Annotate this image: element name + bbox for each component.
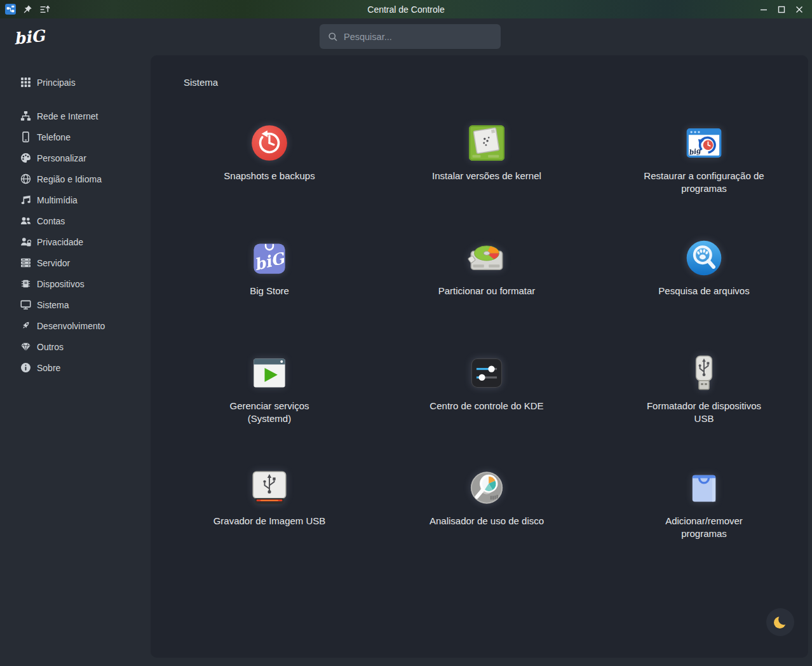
- sidebar-item-servidor[interactable]: Servidor: [0, 252, 151, 273]
- sidebar-item-rede-e-internet[interactable]: Rede e Internet: [0, 105, 151, 126]
- app-adicionar-remover-programas[interactable]: Adicionar/remover programas: [595, 449, 812, 564]
- info-icon: [20, 362, 31, 373]
- chip-icon: [20, 278, 31, 289]
- svg-text:biG: biG: [13, 27, 47, 48]
- app-grid: Snapshots e backupsInstalar versões de k…: [161, 104, 812, 564]
- close-button[interactable]: [794, 4, 804, 15]
- move-window-icon[interactable]: [39, 4, 50, 15]
- kde-icon: [468, 354, 506, 392]
- app-pesquisa-de-arquivos[interactable]: Pesquisa de arquivos: [595, 219, 812, 334]
- sidebar-item-telefone[interactable]: Telefone: [0, 126, 151, 147]
- usb-writer-icon: [250, 469, 288, 507]
- sidebar-item-sistema[interactable]: Sistema: [0, 294, 151, 315]
- timeshift-icon: [250, 124, 288, 162]
- sidebar-item-personalizar[interactable]: Personalizar: [0, 147, 151, 168]
- phone-icon: [20, 132, 31, 142]
- app-centro-de-controle-do-kde[interactable]: Centro de controle do KDE: [378, 334, 595, 449]
- gem-icon: [20, 341, 31, 352]
- app-particionar-ou-formatar[interactable]: Particionar ou formatar: [378, 219, 595, 334]
- search-input[interactable]: Pesquisar...: [320, 24, 501, 49]
- sidebar-item-contas[interactable]: Contas: [0, 210, 151, 231]
- usb-formatter-icon: [685, 354, 723, 392]
- main-panel: Sistema Snapshots e backupsInstalar vers…: [151, 55, 808, 658]
- sidebar: PrincipaisRede e InternetTelefonePersona…: [0, 55, 151, 666]
- user-lock-icon: [20, 236, 31, 247]
- sidebar-item-outros[interactable]: Outros: [0, 336, 151, 357]
- app-icon[interactable]: [5, 4, 16, 15]
- titlebar: Central de Controle: [0, 0, 812, 18]
- disk-analyzer-icon: [468, 469, 506, 507]
- header: biG Pesquisar...: [0, 18, 812, 55]
- add-remove-icon: [685, 469, 723, 507]
- file-search-icon: [685, 239, 723, 277]
- app-big-store[interactable]: biGBig Store: [161, 219, 378, 334]
- pin-icon[interactable]: [23, 4, 32, 14]
- app-gravador-de-imagem-usb[interactable]: Gravador de Imagem USB: [161, 449, 378, 564]
- music-note-icon: [20, 194, 31, 205]
- app-formatador-de-dispositivos-usb[interactable]: Formatador de dispositivos USB: [595, 334, 812, 449]
- window-title: Central de Controle: [0, 4, 812, 15]
- network-icon: [20, 111, 31, 121]
- sidebar-item-privacidade[interactable]: Privacidade: [0, 231, 151, 252]
- users-icon: [20, 215, 31, 226]
- server-icon: [20, 257, 31, 268]
- app-restaurar-a-configuracao-de-programas[interactable]: bigRestaurar a configuração de programas: [595, 104, 812, 219]
- search-icon: [328, 32, 338, 42]
- disks-icon: [468, 239, 506, 277]
- app-analisador-de-uso-de-disco[interactable]: Analisador de uso de disco: [378, 449, 595, 564]
- sidebar-item-sobre[interactable]: Sobre: [0, 357, 151, 378]
- search-placeholder: Pesquisar...: [344, 32, 392, 42]
- theme-toggle-button[interactable]: [766, 608, 794, 636]
- sidebar-item-multimidia[interactable]: Multimídia: [0, 189, 151, 210]
- sidebar-item-dispositivos[interactable]: Dispositivos: [0, 273, 151, 294]
- apps-grid-icon: [20, 77, 31, 88]
- app-instalar-versoes-de-kernel[interactable]: Instalar versões de kernel: [378, 104, 595, 219]
- app-snapshots-e-backups[interactable]: Snapshots e backups: [161, 104, 378, 219]
- sidebar-item-regiao-e-idioma[interactable]: Região e Idioma: [0, 168, 151, 189]
- restore-config-icon: big: [685, 124, 723, 162]
- systemd-icon: [250, 354, 288, 392]
- monitor-icon: [20, 299, 31, 310]
- bigstore-icon: biG: [250, 239, 288, 277]
- sidebar-item-desenvolvimento[interactable]: Desenvolvimento: [0, 315, 151, 336]
- kernel-icon: [468, 124, 506, 162]
- palette-icon: [20, 153, 31, 163]
- globe-icon: [20, 173, 31, 184]
- app-gerenciar-servicos-systemd[interactable]: Gerenciar serviços (Systemd): [161, 334, 378, 449]
- minimize-button[interactable]: [759, 4, 769, 15]
- big-logo: biG: [10, 25, 51, 51]
- moon-icon: [771, 613, 790, 632]
- sidebar-item-principais[interactable]: Principais: [0, 72, 151, 93]
- maximize-button[interactable]: [776, 4, 787, 15]
- rocket-icon: [20, 320, 31, 331]
- section-title: Sistema: [184, 77, 218, 88]
